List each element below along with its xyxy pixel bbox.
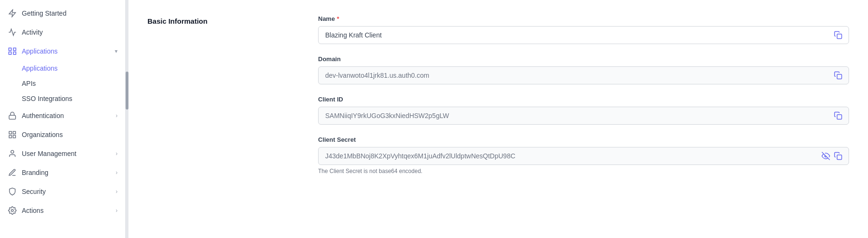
- sidebar-sub-item-sso[interactable]: SSO Integrations: [0, 91, 125, 106]
- svg-point-11: [11, 210, 14, 212]
- content-layout: Basic Information Name *: [147, 15, 849, 186]
- client-secret-field-group: Client Secret: [318, 136, 849, 174]
- chevron-right-icon-sec: ›: [116, 188, 118, 195]
- sidebar-item-authentication[interactable]: Authentication ›: [0, 106, 125, 125]
- name-required-star: *: [337, 15, 339, 22]
- actions-icon: [8, 206, 17, 215]
- section-title: Basic Information: [147, 17, 299, 25]
- sidebar-sub-item-apis-label: APIs: [22, 80, 118, 87]
- sidebar-item-applications[interactable]: Applications ▾: [0, 42, 125, 61]
- svg-rect-14: [837, 115, 842, 119]
- sidebar-item-activity-label: Activity: [22, 28, 118, 36]
- client-id-input[interactable]: [318, 107, 849, 125]
- chevron-right-icon-br: ›: [116, 169, 118, 176]
- client-secret-copy-button[interactable]: [832, 150, 844, 162]
- sidebar-item-security-label: Security: [22, 188, 111, 195]
- sidebar-item-organizations[interactable]: Organizations: [0, 125, 125, 144]
- chevron-right-icon: ›: [116, 112, 118, 119]
- name-input[interactable]: [318, 26, 849, 44]
- svg-rect-9: [13, 136, 16, 138]
- svg-rect-2: [13, 48, 16, 50]
- svg-rect-7: [13, 131, 16, 134]
- chevron-right-icon-um: ›: [116, 150, 118, 157]
- name-label: Name *: [318, 15, 849, 22]
- sidebar-sub-item-applications-label: Applications: [22, 64, 118, 72]
- svg-rect-6: [9, 131, 11, 134]
- copy-icon-domain: [834, 71, 842, 80]
- client-secret-hint: The Client Secret is not base64 encoded.: [318, 168, 849, 174]
- domain-label: Domain: [318, 55, 849, 63]
- sidebar-item-user-management-label: User Management: [22, 150, 111, 157]
- svg-rect-4: [13, 52, 16, 55]
- domain-copy-button[interactable]: [832, 69, 844, 82]
- lock-icon: [8, 111, 17, 120]
- bolt-icon: [8, 9, 17, 18]
- svg-rect-1: [9, 48, 11, 50]
- svg-rect-8: [9, 136, 11, 138]
- client-id-copy-button[interactable]: [832, 110, 844, 122]
- sidebar-item-branding-label: Branding: [22, 169, 111, 176]
- sidebar-item-getting-started[interactable]: Getting Started: [0, 4, 125, 23]
- client-secret-input-wrapper: [318, 147, 849, 165]
- svg-rect-12: [837, 34, 842, 39]
- form-fields: Name * Domain: [318, 15, 849, 186]
- client-id-field-group: Client ID: [318, 96, 849, 125]
- copy-icon-client-secret: [834, 152, 842, 160]
- sidebar-item-getting-started-label: Getting Started: [22, 9, 118, 17]
- shield-icon: [8, 187, 17, 196]
- svg-rect-16: [837, 155, 842, 160]
- sidebar: Getting Started Activity Applications ▾ …: [0, 0, 126, 238]
- svg-point-10: [11, 150, 14, 153]
- sidebar-sub-item-applications[interactable]: Applications: [0, 61, 125, 76]
- client-secret-label: Client Secret: [318, 136, 849, 143]
- client-id-label: Client ID: [318, 96, 849, 103]
- domain-field-group: Domain: [318, 55, 849, 84]
- client-id-input-wrapper: [318, 107, 849, 125]
- sidebar-item-activity[interactable]: Activity: [0, 23, 125, 42]
- user-icon: [8, 149, 17, 158]
- svg-rect-3: [9, 52, 11, 55]
- name-copy-button[interactable]: [832, 29, 844, 41]
- domain-input[interactable]: [318, 66, 849, 84]
- client-secret-visibility-button[interactable]: [820, 150, 832, 162]
- client-secret-input[interactable]: [318, 147, 849, 165]
- svg-marker-0: [9, 10, 16, 17]
- section-header: Basic Information: [147, 15, 299, 186]
- copy-icon: [834, 31, 842, 39]
- sidebar-item-authentication-label: Authentication: [22, 112, 111, 119]
- chart-icon: [8, 27, 17, 37]
- sidebar-item-actions[interactable]: Actions ›: [0, 201, 125, 220]
- chevron-down-icon: ▾: [115, 48, 118, 55]
- svg-rect-5: [9, 115, 16, 119]
- chevron-right-icon-act: ›: [116, 207, 118, 214]
- svg-rect-13: [837, 74, 842, 79]
- copy-icon-client-id: [834, 111, 842, 120]
- sidebar-item-branding[interactable]: Branding ›: [0, 163, 125, 182]
- name-field-group: Name *: [318, 15, 849, 44]
- name-input-wrapper: [318, 26, 849, 44]
- main-content: Basic Information Name *: [128, 0, 868, 238]
- applications-icon: [8, 46, 17, 56]
- sidebar-item-security[interactable]: Security ›: [0, 182, 125, 201]
- scrollbar-track[interactable]: [126, 0, 128, 238]
- sidebar-sub-item-sso-label: SSO Integrations: [22, 95, 118, 102]
- sidebar-sub-item-apis[interactable]: APIs: [0, 76, 125, 91]
- sidebar-item-organizations-label: Organizations: [22, 131, 118, 138]
- grid-icon: [8, 130, 17, 139]
- domain-input-wrapper: [318, 66, 849, 84]
- scrollbar-thumb[interactable]: [126, 72, 128, 110]
- sidebar-item-actions-label: Actions: [22, 207, 111, 214]
- sidebar-item-applications-label: Applications: [22, 47, 110, 55]
- sidebar-item-user-management[interactable]: User Management ›: [0, 144, 125, 163]
- pencil-icon: [8, 168, 17, 177]
- eye-off-icon: [822, 152, 830, 160]
